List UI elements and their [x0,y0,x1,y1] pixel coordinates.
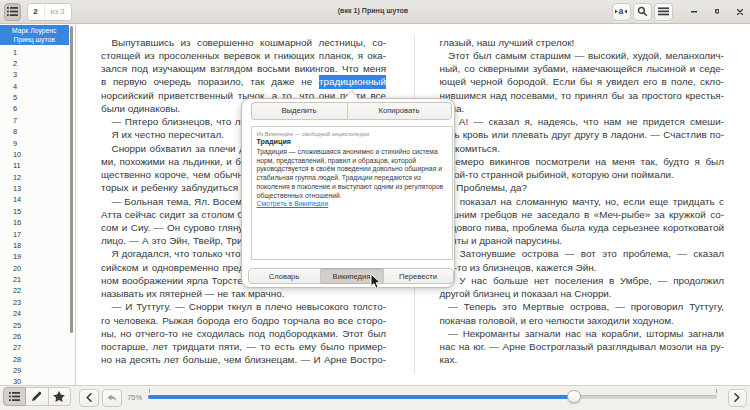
menu-button[interactable] [654,3,673,21]
footer-annotations-button[interactable] [26,387,49,407]
page-entry-current[interactable]: 2 [28,4,45,20]
toc-chapter-item[interactable]: 23 [13,297,53,308]
book-text-line: мачты и драной парусины. [440,234,725,247]
toc-chapter-item[interactable]: 14 [13,194,53,205]
pencil-icon [31,391,42,402]
book-text-line: ный, со скверными зубами, намечающейся л… [440,62,725,75]
toc-chapter-item[interactable]: 30 [13,376,53,385]
nav-forward-button[interactable] [728,389,747,407]
book-text-line: называть их пятерней — не так мрачно. [101,287,386,300]
toc-chapter-item[interactable]: 1 [13,47,53,58]
book-text-line: — Некроманты загнали нас на корабли, што… [440,327,725,340]
toc-chapter-item[interactable]: 13 [13,183,53,194]
toc-chapter-item[interactable]: 7 [13,115,53,126]
minimize-icon [691,11,697,13]
toc-chapter-item[interactable]: 5 [13,92,53,103]
svg-text:a: a [619,7,624,16]
book-text-line: вать кровь или плевать друг другу в ладо… [440,128,725,141]
nav-back-button[interactable] [79,389,99,407]
toc-chapter-item[interactable]: 8 [13,126,53,137]
toc-chapter-item[interactable]: 24 [13,308,53,319]
footer-bookmarks-button[interactable] [49,387,72,407]
book-text-line: другой близнец и показал на Снорри. [440,287,725,300]
toc-book-author: Марк Лоуренс [0,26,69,35]
book-column-right: глазый, наш лучший стрелок!Этот был самы… [440,36,725,367]
popover-tool-row: Словарь Википедия Перевести [248,268,454,284]
copy-button[interactable]: Копировать [347,102,452,120]
toc-chapter-item[interactable]: 18 [13,240,53,251]
toc-chapter-item[interactable]: 3 [13,69,53,80]
toc-book-title: Принц шутов [0,35,69,44]
book-text-line: го человека. Рыжая борода его бодро торч… [101,314,386,327]
book-text-line: ющей черной бородой. Если бы я увидел ег… [440,75,725,88]
book-text-line: кто-то из близнецов, кажется Эйн. [440,261,725,274]
wikipedia-panel: Из Википедии — свободной энциклопедии Тр… [251,126,453,260]
foliate-window: 2 из 3 (вкк 1) Принц шутов a [0,0,750,410]
book-text-line: но на десять лет больше, чем близнецам. … [101,353,386,366]
undo-arrow-icon [107,394,117,402]
toc-chapter-item[interactable]: 29 [13,365,53,376]
book-text-line: нина. [440,102,725,115]
minimize-button[interactable] [685,0,703,23]
book-text-line: Я показал на сломанную мачту, но, если е… [440,195,725,208]
toc-chapter-item[interactable]: 2 [13,58,53,69]
toc-chapter-item[interactable]: 9 [13,138,53,149]
book-text-line: покачав головой, и его челюсти заходили … [440,314,725,327]
toc-chapter-item[interactable]: 10 [13,149,53,160]
typography-button[interactable]: a [612,3,631,21]
highlight-button[interactable]: Выделить [251,102,347,120]
hamburger-menu-icon [658,7,669,16]
toc-chapter-item[interactable]: 20 [13,263,53,274]
toc-chapter-item[interactable]: 27 [13,342,53,353]
lookup-popover: Выделить Копировать Из Википедии — свобо… [241,98,455,288]
window-title: (вкк 1) Принц шутов [278,0,468,23]
toc-chapter-item[interactable]: 28 [13,354,53,365]
slider-mark-start [149,389,150,393]
toc-chapter-item[interactable]: 22 [13,285,53,296]
book-text-line: знакомиться. [440,142,725,155]
book-text-line: в первую очередь поразило, так даже не т… [101,75,386,88]
toc-chapter-item[interactable]: 15 [13,206,53,217]
wikipedia-extract-line: стабильная группа людей. Традиции переда… [257,174,447,183]
wikipedia-extract-line: норм, представлений, правил и образцов, … [257,157,447,166]
book-text-line: – У нас больше нет поселения в Умбре, — … [440,274,725,287]
mouse-cursor [370,273,382,290]
search-button[interactable] [633,3,652,21]
toc-chapter-item[interactable]: 16 [13,217,53,228]
page-entry-total: из 3 [45,4,71,20]
search-icon [637,6,648,17]
selected-word-highlight[interactable]: традиционный [319,75,386,88]
toc-chapter-item[interactable]: 25 [13,320,53,331]
dictionary-button[interactable]: Словарь [248,268,321,284]
book-text-line: какой-то странной рыбиной, которую они п… [440,168,725,181]
toc-chapter-item[interactable]: 4 [13,81,53,92]
book-text-line: нившимся над посевами, то принял бы за п… [440,89,725,102]
maximize-icon [715,9,720,14]
translate-button[interactable]: Перевести [383,268,454,284]
close-button[interactable] [731,0,749,23]
footer-toc-button[interactable] [3,387,26,407]
chevron-right-icon [734,393,740,402]
maximize-button[interactable] [708,0,726,23]
toc-chapter-item[interactable]: 26 [13,331,53,342]
book-text-line: – Затонувшие острова — вот это проблема,… [440,247,725,260]
sidebar-toggle-button[interactable] [4,3,21,21]
chevron-left-icon [86,393,92,402]
book-text-line: Семеро викингов посмотрели на меня так, … [440,155,725,168]
progress-slider-handle[interactable] [567,390,581,404]
wikipedia-term-title: Традиция [257,138,447,146]
book-text-line: Выпутавшись из совершенно кошмарной лест… [101,36,386,49]
sidebar-scrollbar[interactable] [70,26,74,333]
toc-chapter-item[interactable]: 6 [13,103,53,114]
toc-chapter-item[interactable]: 11 [13,160,53,171]
book-text-line: ны, но отчего-то не сходилась под подбор… [101,327,386,340]
header-bar: 2 из 3 (вкк 1) Принц шутов a [0,0,750,24]
toc-chapter-item[interactable]: 12 [13,172,53,183]
toc-sidebar: Марк Лоуренс Принц шутов 123456789101112… [0,24,76,385]
page-entry[interactable]: 2 из 3 [27,3,72,21]
toc-chapter-item[interactable]: 21 [13,274,53,285]
toc-chapter-item[interactable]: 17 [13,229,53,240]
toc-book-item-selected[interactable]: Марк Лоуренс Принц шутов [0,25,69,45]
wikipedia-link[interactable]: Смотреть в Википедии [257,200,447,209]
toc-chapter-item[interactable]: 19 [13,251,53,262]
